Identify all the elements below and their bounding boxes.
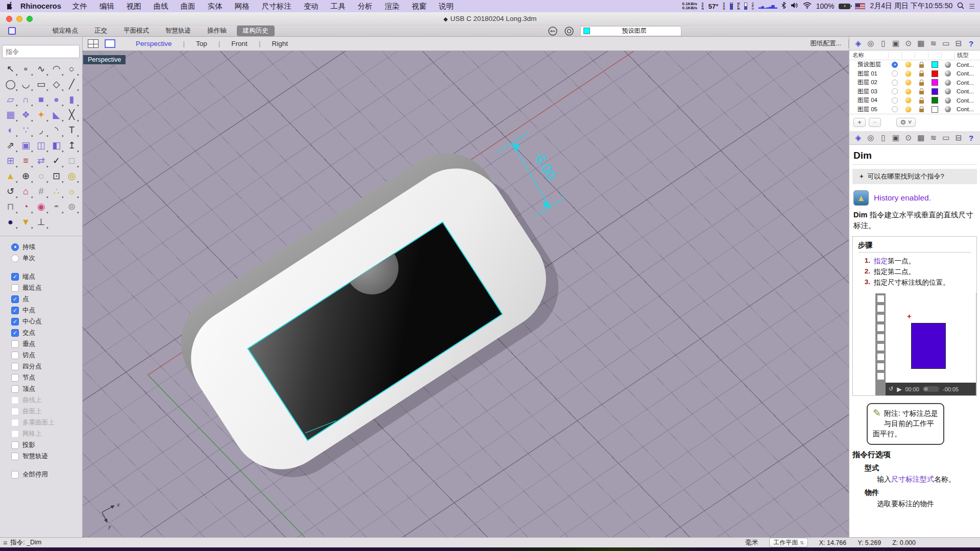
menu-item[interactable]: 视窗 — [406, 2, 433, 11]
layer-visibility-bulb-icon[interactable] — [905, 62, 911, 67]
temperature-indicator[interactable]: 57° — [708, 3, 719, 10]
rectangle-icon[interactable]: ▭ — [34, 77, 49, 92]
osnap-mode-radio[interactable] — [11, 255, 19, 262]
menu-item[interactable]: 实体 — [202, 2, 229, 11]
wireframe-view-icon[interactable]: ⊚ — [64, 199, 80, 214]
layer-lock-icon[interactable] — [919, 100, 924, 104]
layer-linetype[interactable]: Cont... — [954, 88, 977, 94]
menu-bar-clock[interactable]: 2月4日 周日 下午10:55:50 — [870, 2, 952, 11]
play-button[interactable]: ▶ — [897, 386, 901, 393]
record-history-icon[interactable] — [548, 26, 558, 36]
group-icon[interactable]: ∴ — [49, 184, 64, 199]
toolbar-toggle-5[interactable]: 操作轴 — [201, 26, 233, 36]
fillet-icon[interactable]: ◞ — [34, 122, 49, 138]
layer-color-swatch[interactable] — [932, 61, 938, 68]
dimension-icon[interactable]: ⊥ — [34, 214, 49, 230]
layer-current-radio[interactable] — [892, 62, 898, 68]
tab-top[interactable]: Top — [185, 40, 218, 47]
help-icon[interactable]: ? — [966, 39, 976, 48]
layer-lock-icon[interactable] — [919, 109, 924, 112]
zoom-window-icon[interactable]: ◌ — [34, 168, 49, 184]
layers-panel-icon[interactable]: ◈ — [853, 133, 864, 142]
layer-color-swatch[interactable] — [932, 70, 938, 77]
object-properties-icon[interactable]: ◎ — [866, 39, 876, 48]
usb-c-model[interactable] — [161, 130, 578, 500]
layer-options-gear-button[interactable]: ⚙ ˅ — [896, 118, 916, 127]
osnap-checkbox[interactable]: ✓ — [11, 295, 19, 303]
toolbar-panel-icon[interactable] — [8, 27, 16, 35]
layer-row[interactable]: 图层 04Cont... — [849, 96, 980, 105]
tab-front[interactable]: Front — [220, 40, 259, 47]
menu-item[interactable]: 工具 — [325, 2, 352, 11]
app-menu-rhinoceros[interactable]: Rhinoceros — [20, 2, 61, 10]
align-icon[interactable]: ≡ — [18, 153, 34, 168]
ellipse-icon[interactable]: ◯ — [3, 77, 18, 92]
osnap-checkbox[interactable] — [11, 374, 19, 382]
notes-icon[interactable]: ▯ — [878, 39, 889, 48]
zoom-extents-icon[interactable]: ⊡ — [49, 168, 64, 184]
osnap-checkbox[interactable]: ✓ — [11, 307, 19, 314]
layer-row[interactable]: 预设图层Cont... — [849, 60, 980, 69]
osnap-checkbox[interactable] — [11, 340, 19, 348]
battery-icon[interactable]: ⚡ — [839, 4, 850, 9]
layers-panel-icon[interactable]: ◈ — [853, 39, 864, 48]
menu-item[interactable]: 变动 — [298, 2, 325, 11]
join-icon[interactable]: ❖ — [18, 107, 34, 122]
menu-item[interactable]: 文件 — [66, 2, 93, 11]
current-layer-dropdown[interactable]: 预设图层 — [580, 26, 681, 36]
light-icon[interactable]: ☼ — [64, 184, 80, 199]
command-prompt-text[interactable]: 指令: _Dim — [10, 538, 41, 547]
tab-perspective[interactable]: Perspective — [125, 40, 183, 47]
menu-item[interactable]: 渲染 — [379, 2, 406, 11]
frame-icon[interactable]: ▭ — [941, 133, 951, 142]
polygon-icon[interactable]: ◇ — [49, 77, 64, 92]
single-viewport-icon[interactable] — [105, 39, 115, 48]
video-scrubber[interactable] — [923, 386, 939, 392]
four-viewports-icon[interactable] — [88, 39, 99, 48]
history-scroll-icon[interactable]: ≋ — [928, 39, 939, 48]
notes-icon[interactable]: ▯ — [878, 133, 889, 142]
command-input[interactable] — [2, 45, 80, 58]
spotlight-icon[interactable]: ▼ — [18, 214, 34, 230]
layout-config-button[interactable]: 图纸配置... — [803, 39, 849, 48]
cage-edit-icon[interactable]: □ — [64, 153, 80, 168]
arc-icon[interactable]: ◡ — [18, 77, 34, 92]
osnap-checkbox[interactable] — [11, 284, 19, 292]
layer-color-swatch[interactable] — [932, 79, 938, 86]
rewind-30-button[interactable]: ↺ — [889, 386, 893, 392]
point-icon[interactable]: ∘ — [18, 61, 34, 77]
curve-icon[interactable]: ◠ — [49, 61, 64, 77]
surface-from-curves-icon[interactable]: ∩ — [18, 92, 34, 107]
point-cloud-icon[interactable]: ∵ — [18, 122, 34, 138]
menu-item[interactable]: 说明 — [433, 2, 460, 11]
object-properties-icon[interactable]: ◎ — [866, 133, 876, 142]
layer-material-icon[interactable] — [945, 62, 951, 68]
toolbar-toggle-3[interactable]: 平面模式 — [117, 26, 155, 36]
copy-icon[interactable]: ▣ — [18, 138, 34, 153]
where-to-find-bar[interactable]: +可以在哪里找到这个指令? — [852, 169, 977, 184]
line-icon[interactable]: ╱ — [64, 77, 80, 92]
surface-icon[interactable]: ▱ — [3, 92, 18, 107]
osnap-checkbox[interactable]: ✓ — [11, 273, 19, 281]
layer-material-icon[interactable] — [945, 106, 951, 112]
layer-color-swatch[interactable] — [932, 106, 938, 113]
drag-icon[interactable]: ▲ — [3, 168, 18, 184]
layer-row[interactable]: 图层 03Cont... — [849, 87, 980, 96]
units-label[interactable]: 毫米 — [745, 538, 758, 547]
osnap-checkbox[interactable] — [11, 453, 19, 460]
osnap-checkbox[interactable] — [11, 352, 19, 359]
layer-row[interactable]: 图层 01Cont... — [849, 69, 980, 79]
layer-row[interactable]: 图层 02Cont... — [849, 78, 980, 87]
check-icon[interactable]: ✓ — [49, 153, 64, 168]
viewport-name-label[interactable]: Perspective — [83, 55, 126, 64]
camera-icon[interactable]: ⊙ — [903, 39, 914, 48]
apple-menu-icon[interactable] — [5, 2, 16, 11]
menu-item[interactable]: 曲面 — [175, 2, 202, 11]
cpu-graph[interactable]: ▂▄▁▂▃▆▂ — [758, 4, 777, 9]
menu-item[interactable]: 曲线 — [148, 2, 175, 11]
layer-color-swatch[interactable] — [932, 97, 938, 104]
layer-row[interactable]: 图层 05Cont... — [849, 105, 980, 114]
named-view-icon[interactable]: ⌂ — [18, 184, 34, 199]
add-layer-button[interactable]: + — [853, 118, 866, 127]
zoom-selected-icon[interactable]: ◎ — [64, 168, 80, 184]
